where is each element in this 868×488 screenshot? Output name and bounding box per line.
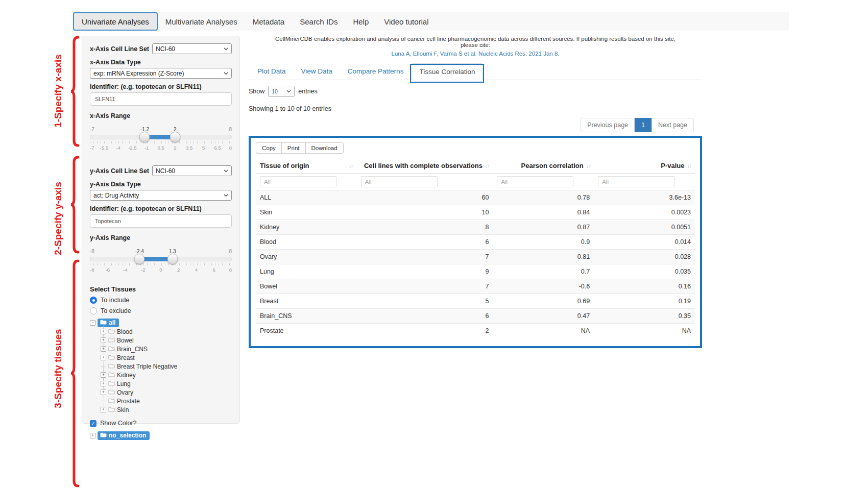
x-axis-identifier-label: Identifier: (e.g. topotecan or SLFN11) (90, 83, 232, 90)
x-axis-cell-line-set-select[interactable]: NCI-60 (152, 43, 232, 54)
main-content: CellMinerCDB enables exploration and ana… (249, 36, 702, 348)
x-axis-range-slider[interactable]: -78-1.22-7-5.5-4-2.5-10.523.556.58 (90, 127, 232, 153)
tissues-include-radio[interactable]: To include (90, 297, 232, 304)
y-axis-range-slider[interactable]: -88-2.41.3-8-6-4-202468 (90, 249, 232, 275)
sort-icon[interactable]: ↓↑ (687, 163, 691, 169)
tree-node-blood[interactable]: +Blood (101, 327, 232, 336)
slider-handle-to[interactable] (170, 132, 180, 142)
expand-icon[interactable]: + (101, 381, 106, 386)
collapse-icon[interactable]: − (90, 320, 95, 326)
nav-tab-univariate-analyses[interactable]: Univariate Analyses (73, 12, 158, 31)
copy-button[interactable]: Copy (256, 142, 282, 154)
tree-node-skin[interactable]: +Skin (101, 405, 232, 414)
cell-cell-lines: 8 (357, 220, 493, 235)
tree-node-lung[interactable]: +Lung (101, 379, 232, 388)
tree-node-ovary[interactable]: +Ovary (101, 388, 232, 397)
column-header-cell-lines-with-complete-observations[interactable]: Cell lines with complete observations↓↑ (357, 158, 493, 174)
y-axis-identifier-label: Identifier: (e.g. topotecan or SLFN11) (90, 205, 232, 212)
expand-icon[interactable]: + (101, 407, 106, 412)
x-axis-identifier-input[interactable] (90, 92, 232, 106)
tree-connector (101, 401, 106, 401)
folder-icon (108, 380, 115, 387)
sort-icon[interactable]: ↓↑ (485, 163, 489, 169)
brace-y-axis-section (70, 156, 80, 255)
slider-handle-from[interactable] (139, 132, 150, 142)
nav-tab-metadata[interactable]: Metadata (245, 12, 293, 31)
pagination-current-page[interactable]: 1 (635, 118, 652, 132)
download-button[interactable]: Download (305, 142, 344, 154)
pagination-next[interactable]: Next page (652, 118, 694, 132)
column-header-pearson-correlation[interactable]: Pearson correlation↓↑ (493, 158, 594, 174)
filter-input-pearson-correlation[interactable] (497, 176, 573, 187)
tab-compare-patterns[interactable]: Compare Patterns (340, 63, 412, 80)
slider-tick-label: 5 (202, 145, 205, 151)
expand-icon[interactable]: + (101, 329, 106, 334)
nav-tab-video-tutorial[interactable]: Video tutorial (376, 12, 436, 31)
y-axis-range-label: y-Axis Range (90, 234, 232, 241)
cell-cell-lines: 5 (357, 294, 493, 309)
y-axis-cell-line-set-select[interactable]: NCI-60 (152, 165, 232, 176)
filter-input-p-value[interactable] (598, 176, 674, 187)
cell-p-value: 0.35 (594, 309, 695, 324)
tissues-exclude-radio[interactable]: To exclude (90, 307, 232, 314)
tab-view-data[interactable]: View Data (294, 63, 340, 80)
expand-icon[interactable]: + (101, 389, 106, 395)
nav-tab-search-ids[interactable]: Search IDs (292, 12, 345, 31)
column-header-tissue-of-origin[interactable]: Tissue of origin↓↑ (256, 158, 357, 174)
expand-icon[interactable]: + (101, 337, 106, 343)
slider-tick-label: 0 (159, 267, 162, 273)
table-row[interactable]: Bowel7-0.60.16 (256, 279, 695, 294)
slider-tick-label: -1 (144, 145, 149, 151)
tree-node-breast[interactable]: +Breast (101, 353, 232, 362)
filter-input-tissue-of-origin[interactable] (260, 176, 336, 187)
table-row[interactable]: Ovary70.810.028 (256, 250, 695, 264)
nav-tab-multivariate-analyses[interactable]: Multivariate Analyses (158, 12, 245, 31)
sort-icon[interactable]: ↓↑ (586, 163, 590, 169)
x-axis-data-type-select[interactable]: exp: mRNA Expression (Z-Score) (90, 68, 232, 79)
nav-tab-help[interactable]: Help (345, 12, 376, 31)
annotation-step3: 3-Specify tissues (53, 329, 64, 408)
tab-tissue-correlation[interactable]: Tissue Correlation (411, 63, 483, 80)
slider-handle-from[interactable] (134, 254, 145, 264)
tree-node-breast-triple-negative[interactable]: Breast Triple Negative (101, 362, 232, 371)
expand-icon[interactable]: + (90, 433, 95, 438)
chevron-down-icon (286, 90, 291, 93)
checkbox-checked-icon: ✓ (90, 420, 97, 427)
cell-p-value: 0.16 (594, 279, 695, 294)
column-header-p-value[interactable]: P-value↓↑ (594, 158, 695, 174)
tree-node-kidney[interactable]: +Kidney (101, 371, 232, 379)
tab-plot-data[interactable]: Plot Data (250, 63, 294, 80)
cell-pearson: 0.84 (493, 205, 594, 220)
table-row[interactable]: ALL600.783.6e-13 (256, 190, 695, 205)
entries-select[interactable]: 10 (268, 86, 295, 97)
print-button[interactable]: Print (281, 142, 306, 154)
slider-handle-to[interactable] (167, 254, 178, 264)
tree-node-label: Ovary (117, 389, 133, 396)
expand-icon[interactable]: + (101, 355, 106, 360)
table-row[interactable]: Blood60.90.014 (256, 235, 695, 250)
tree-node-prostate[interactable]: Prostate (101, 397, 232, 405)
folder-icon (108, 337, 115, 344)
showing-entries-text: Showing 1 to 10 of 10 entries (249, 105, 702, 112)
pagination-previous[interactable]: Previous page (581, 118, 635, 132)
tree-node-all[interactable]: −all (90, 319, 232, 327)
expand-icon[interactable]: + (101, 372, 106, 378)
filter-input-cell-lines-with-complete-observations[interactable] (361, 176, 438, 187)
show-color-checkbox-row[interactable]: ✓ Show Color? (90, 420, 232, 427)
expand-icon[interactable]: + (101, 346, 106, 352)
table-row[interactable]: Breast50.690.19 (256, 294, 695, 309)
y-axis-identifier-input[interactable] (90, 214, 232, 228)
y-axis-data-type-select[interactable]: act: Drug Activity (90, 190, 232, 201)
table-row[interactable]: Prostate2NANA (256, 324, 695, 338)
table-row[interactable]: Kidney80.870.0051 (256, 220, 695, 235)
slider-tick-marks (90, 263, 232, 265)
tree-node-bowel[interactable]: +Bowel (101, 336, 232, 345)
tree-node-no-selection[interactable]: + no_selection (90, 431, 232, 440)
table-row[interactable]: Lung90.70.035 (256, 264, 695, 279)
sort-icon[interactable]: ↓↑ (349, 163, 353, 169)
tree-node-brain-cns[interactable]: +Brain_CNS (101, 345, 232, 353)
table-row[interactable]: Skin100.840.0023 (256, 205, 695, 220)
citation-link[interactable]: Luna A, Elloumi F, Varma S et al. Nuclei… (249, 51, 702, 57)
table-row[interactable]: Brain_CNS60.470.35 (256, 309, 695, 324)
slider-tick-label: -4 (116, 145, 120, 151)
